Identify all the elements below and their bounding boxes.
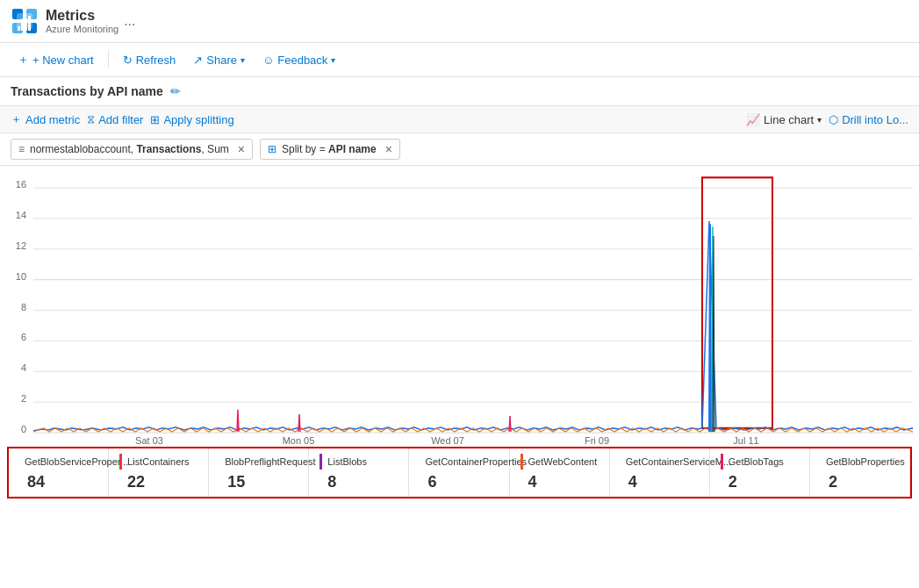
plus-icon: ＋ [18, 52, 29, 68]
svg-text:6: 6 [21, 332, 26, 342]
feedback-icon: ☺ [262, 54, 274, 67]
app-more-button[interactable]: ... [124, 13, 135, 29]
legend-name: GetWebContent [521, 454, 599, 470]
legend-item: GetBlobTags 2 [710, 448, 810, 497]
drill-button[interactable]: ⬡ Drill into Lo... [829, 113, 908, 126]
metric-filter-text: normestablobaccount, Transactions, Sum [30, 143, 229, 155]
legend-name: GetContainerServiceM... [621, 454, 699, 470]
svg-text:16: 16 [16, 179, 26, 190]
svg-text:Sat 03: Sat 03 [135, 435, 163, 446]
legend-item: GetWebContent 4 [510, 448, 610, 497]
legend-name: GetContainerProperties [420, 454, 498, 470]
svg-rect-7 [25, 19, 27, 31]
split-by-text: Split by = API name [282, 143, 377, 155]
legend-color-bar [119, 454, 122, 470]
legend-name: BlobPreflightRequest [219, 454, 298, 470]
drill-label: Drill into Lo... [842, 113, 908, 126]
svg-text:10: 10 [16, 270, 26, 281]
add-metric-label: Add metric [25, 113, 80, 126]
legend-value: 2 [821, 473, 899, 491]
metrics-toolbar: ＋ Add metric ⧖ Add filter ⊞ Apply splitt… [0, 106, 919, 133]
share-button[interactable]: ↗ Share ▾ [186, 50, 252, 70]
new-chart-button[interactable]: ＋ + New chart [11, 48, 101, 71]
splitting-icon: ⊞ [150, 113, 160, 126]
legend-name: GetBlobTags [721, 454, 799, 470]
chart-type-select[interactable]: 📈 Line chart ▾ [746, 113, 822, 126]
chart-svg: 0 2 4 6 8 10 12 14 16 Sat 03 Mon 05 Wed … [0, 173, 919, 447]
apply-splitting-label: Apply splitting [163, 113, 233, 126]
metrics-toolbar-left: ＋ Add metric ⧖ Add filter ⊞ Apply splitt… [11, 111, 739, 127]
svg-text:12: 12 [16, 240, 26, 250]
svg-text:2: 2 [21, 393, 26, 404]
drill-icon: ⬡ [829, 113, 838, 126]
edit-icon[interactable]: ✏ [170, 84, 181, 98]
feedback-dropdown-arrow: ▾ [331, 55, 335, 65]
legend-color-bar [319, 454, 322, 470]
refresh-label: Refresh [136, 54, 176, 67]
chart-type-dropdown-arrow: ▾ [817, 115, 822, 125]
legend-item: ListContainers 22 [109, 448, 209, 497]
legend-value: 6 [420, 473, 498, 491]
metric-filter-tag: ≡ normestablobaccount, Transactions, Sum… [11, 139, 253, 160]
legend-value: 8 [319, 473, 398, 491]
legend-value: 22 [119, 473, 197, 491]
legend-name: ListBlobs [319, 454, 398, 470]
svg-text:Mon 05: Mon 05 [283, 435, 315, 446]
legend-area: GetBlobServiceProper... 84 ListContainer… [7, 447, 912, 498]
chart-title-bar: Transactions by API name ✏ [0, 77, 919, 106]
svg-text:0: 0 [21, 424, 26, 434]
filter-icon: ⧖ [87, 112, 95, 126]
legend-name: ListContainers [119, 454, 197, 470]
new-chart-label: + New chart [32, 54, 94, 67]
split-by-tag: ⊞ Split by = API name × [260, 139, 400, 160]
feedback-label: Feedback [277, 54, 327, 67]
legend-color-bar [721, 454, 723, 470]
app-subtitle: Azure Monitoring [46, 24, 118, 34]
refresh-button[interactable]: ↻ Refresh [116, 50, 183, 70]
filters-row: ≡ normestablobaccount, Transactions, Sum… [0, 133, 919, 166]
main-toolbar: ＋ + New chart ↻ Refresh ↗ Share ▾ ☺ Feed… [0, 43, 919, 77]
svg-rect-6 [21, 23, 24, 31]
metrics-toolbar-right: 📈 Line chart ▾ ⬡ Drill into Lo... [746, 113, 908, 126]
legend-value: 2 [721, 473, 799, 491]
legend-item: ListBlobs 8 [309, 448, 409, 497]
app-title: Metrics [46, 8, 118, 24]
svg-text:Fri 09: Fri 09 [585, 435, 609, 446]
svg-text:14: 14 [16, 210, 26, 220]
svg-rect-5 [18, 26, 20, 31]
legend-item: GetBlobServiceProper... 84 [9, 448, 109, 497]
add-metric-icon: ＋ [11, 111, 22, 127]
svg-rect-8 [28, 16, 31, 31]
legend-value: 4 [621, 473, 699, 491]
chart-type-label: Line chart [764, 113, 814, 126]
apply-splitting-button[interactable]: ⊞ Apply splitting [150, 113, 233, 126]
legend-name: GetBlobServiceProper... [19, 454, 97, 470]
metric-filter-close[interactable]: × [238, 142, 245, 156]
legend-value: 15 [219, 473, 298, 491]
app-icon [11, 7, 39, 35]
svg-text:4: 4 [21, 362, 26, 373]
share-dropdown-arrow: ▾ [241, 55, 245, 65]
filter-tag-icon: ≡ [18, 143, 25, 155]
refresh-icon: ↻ [123, 54, 133, 67]
svg-text:Jul 11: Jul 11 [733, 435, 758, 446]
share-icon: ↗ [193, 54, 203, 67]
app-title-block: Metrics Azure Monitoring [46, 8, 118, 34]
split-by-close[interactable]: × [385, 142, 392, 156]
svg-text:8: 8 [21, 301, 26, 312]
line-chart-icon: 📈 [746, 113, 760, 126]
legend-name: GetBlobProperties [821, 454, 899, 470]
chart-title: Transactions by API name [11, 84, 163, 98]
app-header: Metrics Azure Monitoring ... [0, 0, 919, 43]
legend-item: GetContainerProperties 6 [409, 448, 509, 497]
chart-area: 0 2 4 6 8 10 12 14 16 Sat 03 Mon 05 Wed … [0, 166, 919, 447]
split-icon: ⊞ [268, 143, 276, 155]
add-filter-button[interactable]: ⧖ Add filter [87, 112, 143, 126]
legend-item: GetBlobProperties 2 [810, 448, 910, 497]
add-metric-button[interactable]: ＋ Add metric [11, 111, 80, 127]
share-label: Share [206, 54, 237, 67]
legend-value: 4 [521, 473, 599, 491]
legend-item: GetContainerServiceM... 4 [610, 448, 710, 497]
toolbar-separator-1 [108, 51, 109, 68]
feedback-button[interactable]: ☺ Feedback ▾ [255, 50, 342, 70]
